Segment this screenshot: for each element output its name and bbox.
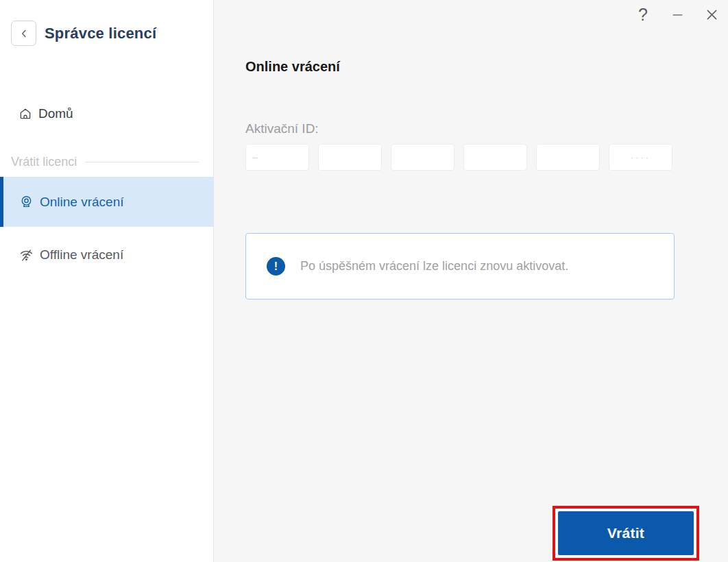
activation-id-segment-5[interactable] — [536, 144, 600, 171]
content-heading: Online vrácení — [245, 59, 340, 75]
minimize-icon[interactable] — [669, 4, 685, 25]
info-exclamation-icon: ! — [267, 257, 285, 276]
activation-id-segment-3[interactable] — [391, 144, 454, 171]
activation-id-inputs — [245, 144, 672, 171]
sidebar-item-label: Online vrácení — [40, 195, 124, 210]
info-banner-text: Po úspěšném vrácení lze licenci znovu ak… — [300, 259, 568, 273]
header: Správce licencí — [11, 21, 156, 46]
webcam-online-icon — [19, 195, 34, 209]
license-manager-window: Správce licencí Domů Vrátit licenci — [0, 0, 728, 562]
wifi-off-icon — [19, 248, 34, 262]
activation-id-segment-4[interactable] — [463, 144, 527, 171]
sidebar-item-label: Domů — [38, 106, 73, 121]
section-divider — [85, 162, 199, 162]
activation-id-label: Aktivační ID: — [245, 121, 319, 136]
section-label: Vrátit licenci — [11, 155, 77, 169]
chevron-left-icon — [18, 27, 30, 40]
window-controls: ? — [635, 4, 720, 25]
sidebar-item-home[interactable]: Domů — [19, 103, 197, 125]
activation-id-segment-2[interactable] — [318, 144, 382, 171]
activation-id-segment-1[interactable] — [245, 144, 309, 171]
sidebar-item-online-return[interactable]: Online vrácení — [0, 177, 214, 227]
sidebar-item-offline-return[interactable]: Offline vrácení — [0, 233, 214, 277]
help-icon[interactable]: ? — [635, 4, 651, 25]
return-button[interactable]: Vrátit — [558, 511, 694, 555]
sidebar: Správce licencí Domů Vrátit licenci — [0, 0, 214, 562]
activation-id-segment-6[interactable] — [609, 144, 672, 171]
home-icon — [19, 107, 32, 121]
back-button[interactable] — [11, 21, 36, 46]
sidebar-section-return-license: Vrátit licenci — [11, 155, 199, 169]
close-icon[interactable] — [703, 4, 720, 25]
page-title: Správce licencí — [45, 25, 156, 42]
info-banner: ! Po úspěšném vrácení lze licenci znovu … — [245, 233, 675, 300]
sidebar-item-label: Offline vrácení — [40, 247, 123, 262]
highlight-annotation: Vrátit — [553, 506, 699, 561]
